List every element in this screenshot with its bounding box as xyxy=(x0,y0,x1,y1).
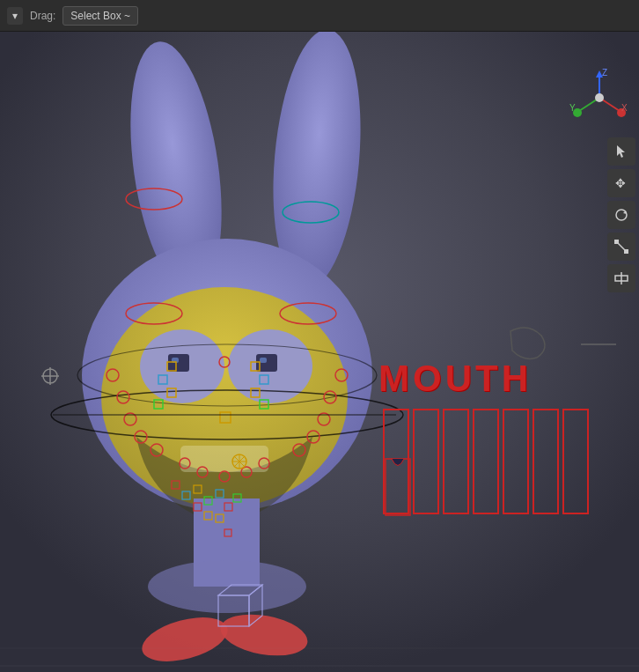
origin-crosshair xyxy=(40,366,60,389)
svg-text:Y: Y xyxy=(569,103,576,113)
toolbar: ▾ Drag: Select Box ~ xyxy=(0,0,639,32)
svg-rect-84 xyxy=(624,249,628,254)
select-box-label: Select Box ~ xyxy=(70,10,130,22)
transform-tool-button[interactable] xyxy=(607,264,635,292)
drag-label: Drag: xyxy=(30,10,55,22)
move-tool-button[interactable]: ✥ xyxy=(607,169,635,197)
right-toolbar: ✥ xyxy=(607,137,635,292)
svg-rect-83 xyxy=(614,240,619,244)
select-box-dropdown[interactable]: Select Box ~ xyxy=(62,6,138,26)
svg-text:Z: Z xyxy=(602,68,607,78)
viewport-background xyxy=(0,32,639,672)
rotate-tool-button[interactable] xyxy=(607,201,635,229)
svg-point-79 xyxy=(595,93,604,102)
cursor-tool-button[interactable] xyxy=(607,137,635,166)
menu-button[interactable]: ▾ xyxy=(7,7,23,25)
svg-text:X: X xyxy=(621,103,628,113)
chevron-down-icon: ▾ xyxy=(12,10,18,22)
orientation-gizmo[interactable]: Z X Y xyxy=(569,67,630,129)
viewport[interactable]: ive Ear.L.002 xyxy=(0,32,639,672)
scale-tool-button[interactable] xyxy=(607,233,635,261)
svg-text:✥: ✥ xyxy=(615,176,626,190)
